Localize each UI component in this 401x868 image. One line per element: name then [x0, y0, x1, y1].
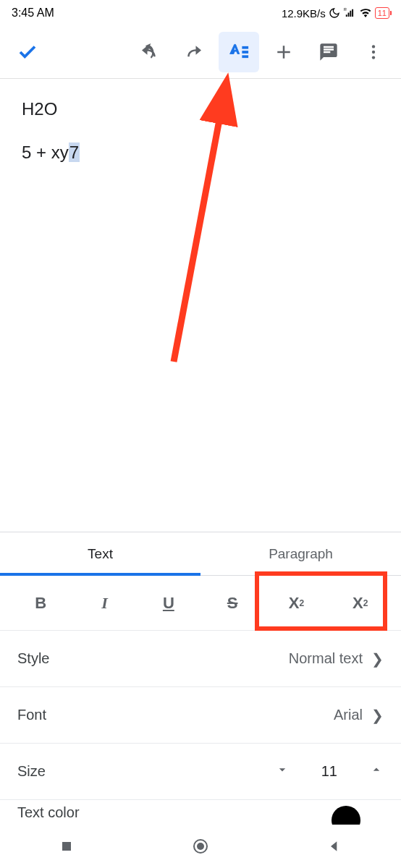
font-row[interactable]: Font Arial ❯ — [0, 687, 401, 744]
nav-recent-button[interactable] — [56, 836, 77, 856]
strikethrough-button[interactable]: S — [200, 594, 264, 613]
font-label: Font — [17, 707, 46, 723]
svg-point-4 — [372, 45, 375, 48]
svg-rect-2 — [242, 51, 248, 54]
subscript-button[interactable]: X2 — [329, 594, 392, 613]
more-button[interactable] — [353, 32, 394, 72]
chevron-right-icon: ❯ — [371, 707, 384, 724]
underline-button[interactable]: U — [137, 594, 200, 613]
format-text-button[interactable] — [219, 32, 259, 72]
font-value: Arial — [334, 707, 363, 723]
size-value: 11 — [321, 763, 337, 780]
bold-button[interactable]: B — [9, 594, 72, 613]
undo-button[interactable] — [129, 32, 169, 72]
redo-button[interactable] — [174, 32, 214, 72]
format-panel: Text Paragraph B I U S X2 X2 Style Norma… — [0, 532, 401, 825]
style-value: Normal text — [289, 650, 363, 667]
status-bar: 3:45 AM 12.9KB/s R 11 — [0, 0, 401, 26]
comment-button[interactable] — [308, 32, 349, 72]
moon-icon — [329, 7, 340, 19]
svg-rect-1 — [242, 47, 248, 49]
status-time: 3:45 AM — [12, 7, 54, 20]
size-row: Size 11 — [0, 744, 401, 800]
text-cursor: 7 — [69, 142, 80, 162]
svg-text:R: R — [344, 7, 347, 12]
format-tabs: Text Paragraph — [0, 532, 401, 576]
nav-back-button[interactable] — [324, 836, 345, 856]
battery-icon: 11 — [375, 7, 389, 19]
svg-rect-9 — [62, 842, 71, 851]
tab-text[interactable]: Text — [0, 532, 200, 576]
svg-rect-3 — [242, 56, 248, 58]
italic-button[interactable]: I — [72, 594, 136, 613]
textcolor-label: Text color — [17, 804, 80, 821]
wifi-icon — [359, 7, 372, 19]
size-increase-button[interactable] — [369, 762, 384, 780]
size-decrease-button[interactable] — [275, 762, 290, 780]
net-speed: 12.9KB/s — [282, 7, 326, 20]
system-nav-bar — [0, 825, 401, 868]
svg-point-6 — [372, 56, 375, 59]
confirm-button[interactable] — [7, 32, 48, 72]
chevron-right-icon: ❯ — [371, 650, 384, 668]
doc-line-2[interactable]: 5 + xy7 — [22, 142, 379, 163]
tab-paragraph[interactable]: Paragraph — [200, 532, 401, 576]
document-area[interactable]: H2O 5 + xy7 — [0, 79, 401, 532]
style-label: Style — [17, 650, 49, 667]
text-format-row: B I U S X2 X2 — [0, 576, 401, 631]
svg-point-5 — [372, 51, 375, 54]
toolbar — [0, 26, 401, 78]
insert-button[interactable] — [263, 32, 304, 72]
svg-point-11 — [197, 843, 204, 850]
doc-line-1[interactable]: H2O — [22, 99, 379, 119]
superscript-button[interactable]: X2 — [264, 594, 328, 613]
size-label: Size — [17, 763, 275, 780]
textcolor-swatch — [332, 806, 360, 825]
style-row[interactable]: Style Normal text ❯ — [0, 631, 401, 687]
status-right: 12.9KB/s R 11 — [282, 7, 389, 20]
nav-home-button[interactable] — [190, 836, 211, 856]
textcolor-row[interactable]: Text color — [0, 800, 401, 825]
signal-icon: R — [343, 7, 356, 19]
